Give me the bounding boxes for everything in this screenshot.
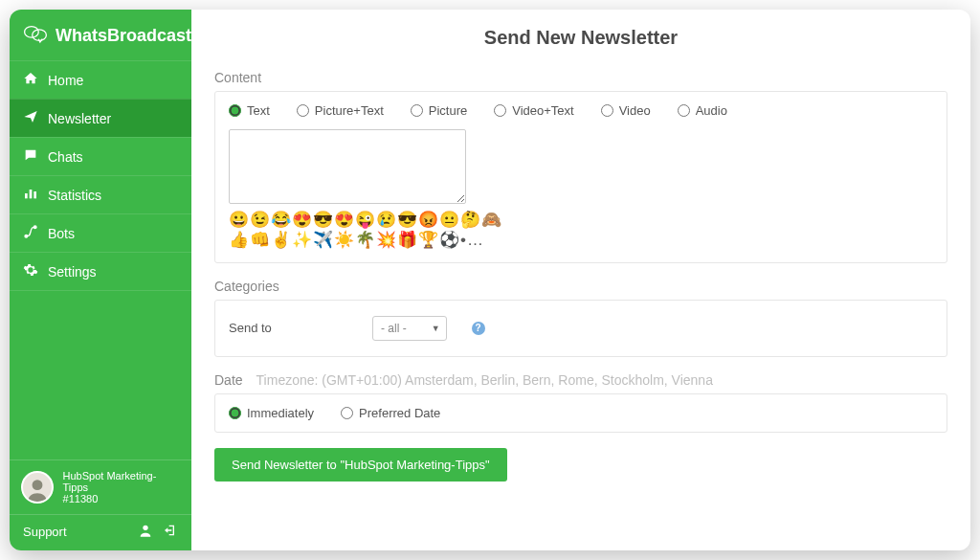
user-name: HubSpot Marketing-Tipps xyxy=(63,470,180,493)
sidebar-item-label: Chats xyxy=(48,149,83,165)
emoji[interactable]: ☀️ xyxy=(334,231,354,249)
emoji[interactable]: 😐 xyxy=(439,211,459,229)
page-title: Send New Newsletter xyxy=(214,27,947,49)
sidebar-spacer xyxy=(10,291,191,459)
date-panel: Immediately Preferred Date xyxy=(214,393,947,433)
sidebar-item-settings[interactable]: Settings xyxy=(10,252,191,291)
svg-point-8 xyxy=(143,526,147,530)
emoji[interactable]: 🏆 xyxy=(418,231,438,249)
brand-logo-icon xyxy=(23,23,48,49)
sidebar-item-statistics[interactable]: Statistics xyxy=(10,175,191,213)
emoji[interactable]: 😂 xyxy=(271,211,291,229)
emoji-row-2: 👍👊✌️✨✈️☀️🌴💥🎁🏆⚽•… xyxy=(229,230,933,250)
app-frame: WhatsBroadcast Home Newsletter Chats Sta… xyxy=(10,10,970,550)
emoji[interactable]: 😍 xyxy=(334,211,354,229)
gear-icon xyxy=(23,262,38,280)
send-to-row: Send to - all - ▼ ? xyxy=(229,312,933,345)
send-icon xyxy=(23,109,38,127)
emoji[interactable]: ✌️ xyxy=(271,231,291,249)
emoji[interactable]: ✨ xyxy=(292,231,312,249)
sidebar-item-chats[interactable]: Chats xyxy=(10,137,191,175)
sidebar-item-newsletter[interactable]: Newsletter xyxy=(10,99,191,137)
chevron-down-icon: ▼ xyxy=(432,324,440,333)
sidebar: WhatsBroadcast Home Newsletter Chats Sta… xyxy=(10,10,191,550)
avatar xyxy=(21,471,54,504)
main-content: Send New Newsletter Content Text Picture… xyxy=(191,10,970,550)
sidebar-item-bots[interactable]: Bots xyxy=(10,213,191,252)
user-box[interactable]: HubSpot Marketing-Tipps #11380 xyxy=(10,459,191,514)
support-link[interactable]: Support xyxy=(23,525,67,539)
user-icon[interactable] xyxy=(138,523,153,541)
send-to-value: - all - xyxy=(381,322,407,335)
content-type-row: Text Picture+Text Picture Video+Text Vid… xyxy=(229,103,933,118)
date-option-immediately[interactable]: Immediately xyxy=(229,406,314,420)
emoji-picker: 😀😉😂😍😎😍😜😢😎😡😐🤔🙈 👍👊✌️✨✈️☀️🌴💥🎁🏆⚽•… xyxy=(229,210,933,251)
help-icon[interactable]: ? xyxy=(472,322,485,335)
emoji[interactable]: 😀 xyxy=(229,211,249,229)
svg-point-6 xyxy=(33,226,36,229)
emoji[interactable]: 😍 xyxy=(292,211,312,229)
emoji[interactable]: 👍 xyxy=(229,231,249,249)
svg-point-7 xyxy=(32,480,42,490)
brand: WhatsBroadcast xyxy=(10,10,191,60)
sidebar-item-label: Home xyxy=(48,73,83,88)
content-section-label: Content xyxy=(214,70,947,85)
date-section-label: Date xyxy=(214,372,243,388)
emoji[interactable]: 🤔 xyxy=(460,211,480,229)
svg-rect-4 xyxy=(33,191,36,198)
emoji[interactable]: 👊 xyxy=(250,231,270,249)
content-type-video[interactable]: Video xyxy=(601,103,651,118)
categories-section-label: Categories xyxy=(214,279,947,294)
emoji[interactable]: 🙈 xyxy=(481,211,501,229)
send-to-label: Send to xyxy=(229,321,353,335)
support-row: Support xyxy=(10,514,191,550)
message-textarea[interactable] xyxy=(229,129,466,204)
send-newsletter-button[interactable]: Send Newsletter to "HubSpot Marketing-Ti… xyxy=(214,448,507,482)
svg-rect-3 xyxy=(30,190,33,198)
content-type-text[interactable]: Text xyxy=(229,103,270,118)
emoji[interactable]: 😜 xyxy=(355,211,375,229)
bar-chart-icon xyxy=(23,186,38,204)
emoji[interactable]: 🌴 xyxy=(355,231,375,249)
content-type-picture-text[interactable]: Picture+Text xyxy=(297,103,384,118)
emoji[interactable]: 💥 xyxy=(376,231,396,249)
categories-panel: Send to - all - ▼ ? xyxy=(214,300,947,357)
emoji[interactable]: 😉 xyxy=(250,211,270,229)
emoji[interactable]: 😡 xyxy=(418,211,438,229)
emoji[interactable]: … xyxy=(467,231,483,249)
sidebar-nav: Home Newsletter Chats Statistics Bots Se… xyxy=(10,60,191,291)
svg-point-0 xyxy=(25,27,39,37)
emoji[interactable]: 😎 xyxy=(397,211,417,229)
content-type-picture[interactable]: Picture xyxy=(411,103,467,118)
emoji[interactable]: ✈️ xyxy=(313,231,333,249)
route-icon xyxy=(23,224,38,242)
emoji[interactable]: 😎 xyxy=(313,211,333,229)
emoji[interactable]: ⚽ xyxy=(439,231,459,249)
emoji[interactable]: • xyxy=(460,231,466,249)
date-option-row: Immediately Preferred Date xyxy=(229,406,933,420)
date-option-preferred[interactable]: Preferred Date xyxy=(341,406,440,420)
logout-icon[interactable] xyxy=(163,523,178,541)
content-type-video-text[interactable]: Video+Text xyxy=(494,103,573,118)
emoji[interactable]: 😢 xyxy=(376,211,396,229)
brand-name: WhatsBroadcast xyxy=(56,26,191,46)
svg-point-5 xyxy=(25,235,28,237)
content-panel: Text Picture+Text Picture Video+Text Vid… xyxy=(214,91,947,263)
support-icons xyxy=(138,523,178,541)
home-icon xyxy=(23,71,38,89)
content-type-audio[interactable]: Audio xyxy=(678,103,727,118)
sidebar-item-home[interactable]: Home xyxy=(10,60,191,99)
svg-point-1 xyxy=(33,30,47,40)
send-to-select[interactable]: - all - ▼ xyxy=(372,316,447,341)
date-header: Date Timezone: (GMT+01:00) Amsterdam, Be… xyxy=(214,372,947,388)
timezone-text: Timezone: (GMT+01:00) Amsterdam, Berlin,… xyxy=(256,372,713,388)
emoji[interactable]: 🎁 xyxy=(397,231,417,249)
sidebar-item-label: Newsletter xyxy=(48,111,111,126)
sidebar-item-label: Statistics xyxy=(48,188,101,203)
sidebar-item-label: Bots xyxy=(48,226,75,241)
sidebar-item-label: Settings xyxy=(48,264,97,280)
chat-bubble-icon xyxy=(23,147,38,166)
emoji-row-1: 😀😉😂😍😎😍😜😢😎😡😐🤔🙈 xyxy=(229,210,933,230)
user-text: HubSpot Marketing-Tipps #11380 xyxy=(63,470,180,504)
user-id: #11380 xyxy=(63,493,180,504)
